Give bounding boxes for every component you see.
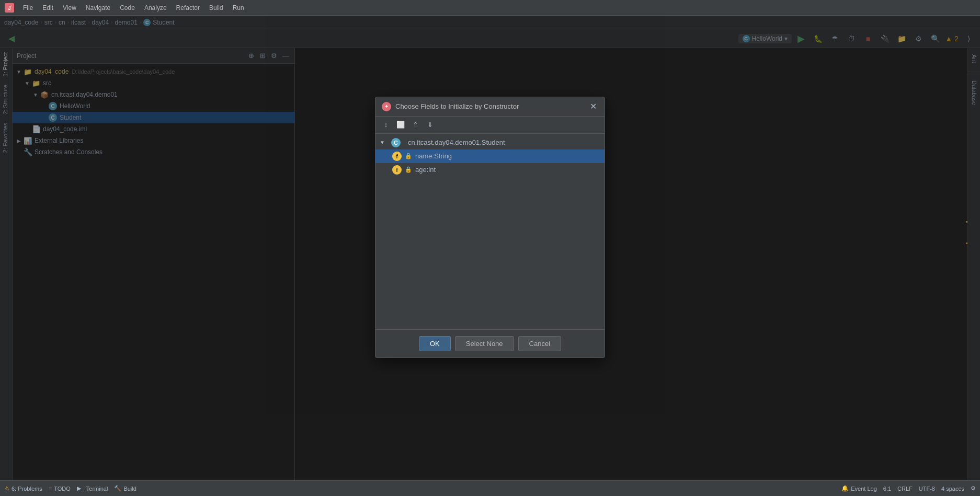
build-item[interactable]: 🔨 Build: [114, 485, 136, 492]
event-log-icon: 🔔: [841, 485, 849, 492]
position-label: 6:1: [883, 486, 891, 492]
dialog-title-bar: ✦ Choose Fields to Initialize by Constru…: [375, 97, 605, 117]
build-icon: 🔨: [114, 485, 121, 492]
menu-file[interactable]: File: [19, 3, 37, 13]
class-icon: C: [391, 138, 401, 147]
line-sep-item[interactable]: CRLF: [897, 486, 913, 492]
dialog-title-text: Choose Fields to Initialize by Construct…: [395, 102, 584, 110]
encoding-item[interactable]: UTF-8: [919, 486, 935, 492]
field-item-name[interactable]: f 🔒 name:String: [375, 149, 605, 163]
menu-bar: J File Edit View Navigate Code Analyze R…: [0, 0, 980, 16]
encoding-label: UTF-8: [919, 486, 935, 492]
svg-text:J: J: [8, 5, 11, 11]
field-lock-icon-0: 🔒: [405, 153, 412, 159]
field-lock-icon-1: 🔒: [405, 166, 412, 173]
event-log-label: Event Log: [851, 486, 877, 492]
field-label-1: age:int: [415, 166, 436, 174]
menu-view[interactable]: View: [59, 3, 81, 13]
menu-code[interactable]: Code: [116, 3, 139, 13]
class-expand-icon: ▼: [380, 140, 385, 145]
menu-edit[interactable]: Edit: [38, 3, 58, 13]
move-up-button[interactable]: ⇑: [409, 119, 421, 131]
terminal-label: Terminal: [86, 486, 108, 492]
dialog-content: ▼ C cn.itcast.day04.demo01.Student f 🔒 n…: [375, 134, 605, 329]
todo-item[interactable]: ≡ TODO: [49, 486, 71, 492]
status-bar: ⚠ 6: Problems ≡ TODO ▶_ Terminal 🔨 Build…: [0, 480, 980, 496]
modal-overlay: ✦ Choose Fields to Initialize by Constru…: [0, 16, 980, 480]
ok-button[interactable]: OK: [419, 336, 451, 351]
field-label-0: name:String: [415, 152, 452, 160]
sort-type-button[interactable]: ⬜: [394, 119, 407, 131]
class-root-item[interactable]: ▼ C cn.itcast.day04.demo01.Student: [375, 136, 605, 149]
app-logo: J: [4, 3, 15, 13]
todo-label: TODO: [54, 486, 71, 492]
sort-button[interactable]: ↕: [380, 119, 392, 131]
dialog-toolbar: ↕ ⬜ ⇑ ⇓: [375, 117, 605, 134]
indent-label: 4 spaces: [941, 486, 964, 492]
field-item-age[interactable]: f 🔒 age:int: [375, 163, 605, 177]
dialog-footer: OK Select None Cancel: [375, 329, 605, 357]
event-log-item[interactable]: 🔔 Event Log: [841, 485, 877, 492]
dialog-close-button[interactable]: ✕: [588, 101, 598, 112]
field-f-icon-0: f: [392, 152, 402, 161]
menu-run[interactable]: Run: [229, 3, 248, 13]
todo-icon: ≡: [49, 486, 52, 492]
problems-label: 6: Problems: [12, 486, 42, 492]
field-tree: ▼ C cn.itcast.day04.demo01.Student f 🔒 n…: [375, 134, 605, 179]
move-down-button[interactable]: ⇓: [424, 119, 436, 131]
settings-icon-status[interactable]: ⚙: [971, 485, 976, 492]
problems-item[interactable]: ⚠ 6: Problems: [4, 485, 42, 492]
indent-item[interactable]: 4 spaces: [941, 486, 964, 492]
dialog-logo-icon: ✦: [382, 102, 391, 111]
terminal-item[interactable]: ▶_ Terminal: [77, 485, 108, 492]
terminal-icon: ▶_: [77, 485, 84, 492]
cancel-button[interactable]: Cancel: [518, 336, 561, 351]
menu-build[interactable]: Build: [205, 3, 227, 13]
line-sep-label: CRLF: [897, 486, 913, 492]
menu-analyze[interactable]: Analyze: [140, 3, 171, 13]
select-none-button[interactable]: Select None: [455, 336, 514, 351]
warning-icon: ⚠: [4, 485, 9, 492]
build-label: Build: [123, 486, 136, 492]
choose-fields-dialog: ✦ Choose Fields to Initialize by Constru…: [375, 97, 605, 358]
position-item: 6:1: [883, 486, 891, 492]
class-name: cn.itcast.day04.demo01.Student: [408, 139, 505, 146]
field-f-icon-1: f: [392, 165, 402, 175]
menu-navigate[interactable]: Navigate: [82, 3, 115, 13]
menu-refactor[interactable]: Refactor: [172, 3, 204, 13]
